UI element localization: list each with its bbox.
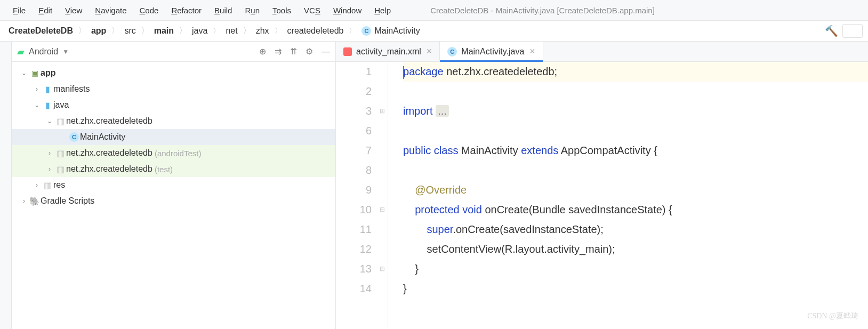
chevron-right-icon: 〉: [179, 26, 187, 36]
code-line: }: [403, 279, 868, 299]
crumb-pkg[interactable]: createdeletedb: [282, 24, 349, 38]
package-icon: ▥: [54, 148, 66, 158]
tree-node-app[interactable]: ⌄ ▣ app: [12, 65, 335, 81]
watermark: CSDN @夏晔琦: [807, 306, 858, 326]
code-line: [403, 161, 868, 180]
chevron-right-icon: 〉: [213, 26, 220, 36]
code-line: setContentView(R.layout.activity_main);: [403, 239, 868, 259]
class-icon: C: [447, 47, 457, 57]
menu-refactor[interactable]: Refactor: [166, 4, 207, 17]
chevron-down-icon: ⌄: [32, 101, 42, 109]
tree-node-manifests[interactable]: › ▮ manifests: [12, 81, 335, 97]
code-body[interactable]: package net.zhx.createdeletedb; ⊞import …: [388, 62, 868, 329]
chevron-right-icon: 〉: [141, 26, 149, 36]
class-icon: C: [361, 26, 371, 36]
line-number: 11: [336, 220, 372, 239]
close-icon[interactable]: ×: [427, 46, 432, 57]
editor-tabs: activity_main.xml × C MainActivity.java …: [336, 42, 868, 62]
left-stripe[interactable]: [0, 42, 12, 329]
package-icon: ▥: [54, 116, 66, 126]
android-icon: ▰: [17, 46, 25, 58]
chevron-down-icon: ⌄: [19, 69, 29, 77]
tree-node-pkg-test[interactable]: › ▥ net.zhx.createdeletedb (test): [12, 161, 335, 177]
line-number: 3: [336, 101, 372, 121]
line-number: 10: [336, 200, 372, 220]
chevron-down-icon[interactable]: ▼: [62, 48, 69, 55]
line-number: 7: [336, 141, 372, 161]
main-area: ▰ Android ▼ ⊕ ⇉ ⇈ ⚙ — ⌄ ▣ app › ▮ manife…: [0, 42, 868, 329]
line-number: 13: [336, 259, 372, 279]
gear-icon[interactable]: ⚙: [306, 46, 313, 57]
build-icon[interactable]: 🔨: [825, 25, 838, 37]
menu-code[interactable]: Code: [134, 4, 164, 17]
menu-window[interactable]: Window: [328, 4, 367, 17]
fold-end-icon[interactable]: ⊟: [380, 259, 385, 279]
code-line: package net.zhx.createdeletedb;: [403, 62, 868, 82]
chevron-right-icon: ›: [45, 149, 54, 157]
code-line: [403, 121, 868, 141]
crumb-src[interactable]: src: [119, 24, 141, 38]
tree-node-pkg-main[interactable]: ⌄ ▥ net.zhx.createdeletedb: [12, 113, 335, 129]
chevron-right-icon: 〉: [275, 26, 282, 36]
close-icon[interactable]: ×: [529, 46, 535, 57]
tab-activity-main-xml[interactable]: activity_main.xml ×: [336, 42, 440, 61]
crumb-zhx[interactable]: zhx: [251, 24, 275, 38]
crumb-main[interactable]: main: [149, 24, 179, 38]
crumb-project[interactable]: CreateDeleteDB: [3, 24, 78, 38]
tree-node-java[interactable]: ⌄ ▮ java: [12, 97, 335, 113]
menu-vcs[interactable]: VCS: [299, 4, 326, 17]
menu-build[interactable]: Build: [209, 4, 237, 17]
tree-node-pkg-androidtest[interactable]: › ▥ net.zhx.createdeletedb (androidTest): [12, 145, 335, 161]
project-pane-header: ▰ Android ▼ ⊕ ⇉ ⇈ ⚙ —: [12, 42, 335, 62]
code-line: ⊟ }: [403, 259, 868, 279]
tab-mainactivity-java[interactable]: C MainActivity.java ×: [440, 42, 543, 61]
chevron-right-icon: ›: [32, 181, 42, 189]
xml-file-icon: [343, 47, 352, 56]
line-number: 8: [336, 161, 372, 180]
select-opened-file-icon[interactable]: ⊕: [259, 46, 266, 57]
chevron-right-icon: 〉: [78, 26, 86, 36]
gradle-icon: 🐘: [29, 196, 41, 206]
tree-node-res[interactable]: › ▥ res: [12, 177, 335, 193]
collapse-all-icon[interactable]: ⇈: [290, 46, 297, 57]
fold-collapse-icon[interactable]: ⊟: [380, 200, 385, 220]
chevron-right-icon: ›: [32, 85, 42, 93]
folder-icon: ▮: [42, 100, 53, 110]
crumb-app[interactable]: app: [86, 24, 111, 38]
run-config-selector[interactable]: [842, 24, 863, 38]
package-icon: ▥: [54, 164, 66, 174]
line-number: 9: [336, 180, 372, 200]
line-number: 6: [336, 121, 372, 141]
fold-expand-icon[interactable]: ⊞: [380, 101, 385, 121]
menu-edit[interactable]: Edit: [33, 4, 58, 17]
menu-tools[interactable]: Tools: [267, 4, 296, 17]
expand-all-icon[interactable]: ⇉: [275, 46, 282, 57]
line-number: 1: [336, 62, 372, 82]
editor-area: activity_main.xml × C MainActivity.java …: [336, 42, 868, 329]
project-view-title[interactable]: Android: [29, 47, 58, 57]
folder-icon: ▮: [42, 84, 53, 94]
crumb-net[interactable]: net: [220, 24, 243, 38]
code-line: [403, 82, 868, 101]
menu-run[interactable]: Run: [239, 4, 265, 17]
chevron-right-icon: ›: [45, 165, 54, 173]
code-line: public class MainActivity extends AppCom…: [403, 141, 868, 161]
hide-icon[interactable]: —: [322, 47, 330, 57]
toolbar-right: 🔨: [825, 24, 863, 38]
menu-navigate[interactable]: Navigate: [90, 4, 132, 17]
crumb-leaf[interactable]: CMainActivity: [356, 24, 425, 38]
code-line: @Override: [403, 180, 868, 200]
line-number: 12: [336, 239, 372, 259]
code-editor[interactable]: 1 2 3 6 7 8 9 10 11 12 13 14 package net…: [336, 62, 868, 329]
chevron-right-icon: 〉: [243, 26, 251, 36]
chevron-down-icon: ⌄: [45, 117, 54, 125]
menu-file[interactable]: File: [7, 4, 31, 17]
project-tree: ⌄ ▣ app › ▮ manifests ⌄ ▮ java ⌄ ▥ net.z…: [12, 62, 335, 212]
crumb-java[interactable]: java: [187, 24, 213, 38]
code-line: super.onCreate(savedInstanceState);: [403, 220, 868, 239]
menu-help[interactable]: Help: [369, 4, 396, 17]
tree-node-gradle[interactable]: › 🐘 Gradle Scripts: [12, 193, 335, 209]
menu-view[interactable]: View: [60, 4, 87, 17]
tree-node-mainactivity[interactable]: C MainActivity: [12, 129, 335, 145]
chevron-right-icon: 〉: [111, 26, 119, 36]
